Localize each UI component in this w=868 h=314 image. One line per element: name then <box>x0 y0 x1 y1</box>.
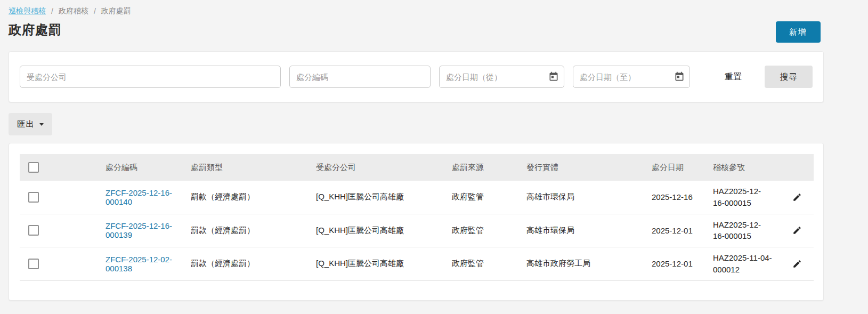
issuing-entity-cell: 高雄市環保局 <box>518 181 643 214</box>
export-button-label: 匯出 <box>17 119 35 130</box>
header-audit-reference: 稽核參攷 <box>704 154 776 181</box>
header-penalty-date: 處分日期 <box>643 154 704 181</box>
penalty-date-cell: 2025-12-16 <box>643 181 704 214</box>
filter-panel: 重置 搜尋 <box>9 51 824 102</box>
breadcrumb-separator: / <box>94 7 96 15</box>
export-button[interactable]: 匯出 <box>9 113 52 135</box>
add-button[interactable]: 新增 <box>776 21 821 43</box>
table-row: ZFCF-2025-12-16-000139 罰款（經濟處罰） [Q_KHH]匡… <box>20 214 814 247</box>
row-checkbox[interactable] <box>28 192 39 203</box>
search-button[interactable]: 搜尋 <box>765 66 813 88</box>
date-from-calendar-icon[interactable] <box>548 71 559 82</box>
penalty-code-link[interactable]: ZFCF-2025-12-16-000140 <box>106 188 172 206</box>
select-all-checkbox[interactable] <box>28 162 39 173</box>
table-toolbar: 匯出 <box>9 113 859 135</box>
date-to-calendar-icon[interactable] <box>674 71 685 82</box>
row-checkbox[interactable] <box>28 259 39 269</box>
pencil-edit-icon[interactable] <box>790 223 804 237</box>
penalty-table-panel: 處分編碼 處罰類型 受處分公司 處罰來源 發行實體 處分日期 稽核參攷 ZFCF… <box>9 143 824 301</box>
header-penalized-company: 受處分公司 <box>307 154 443 181</box>
table-header-row: 處分編碼 處罰類型 受處分公司 處罰來源 發行實體 處分日期 稽核參攷 <box>20 154 814 181</box>
header-penalty-code: 處分編碼 <box>97 154 182 181</box>
penalty-type-cell: 罰款（經濟處罰） <box>182 247 307 281</box>
penalty-type-cell: 罰款（經濟處罰） <box>182 181 307 214</box>
penalty-type-cell: 罰款（經濟處罰） <box>182 214 307 247</box>
penalty-code-link[interactable]: ZFCF-2025-12-02-000138 <box>106 255 172 273</box>
penalty-source-cell: 政府監管 <box>443 181 518 214</box>
penalty-code-link[interactable]: ZFCF-2025-12-16-000139 <box>106 221 172 239</box>
header-penalty-type: 處罰類型 <box>182 154 307 181</box>
penalized-company-cell: [Q_KHH]匡騰公司高雄廠 <box>307 214 443 247</box>
header-issuing-entity: 發行實體 <box>518 154 643 181</box>
caret-down-icon <box>39 123 44 126</box>
penalty-date-cell: 2025-12-01 <box>643 247 704 281</box>
issuing-entity-cell: 高雄市環保局 <box>518 214 643 247</box>
header-penalty-source: 處罰來源 <box>443 154 518 181</box>
breadcrumb-item-government-audit: 政府稽核 <box>59 6 88 16</box>
penalty-table: 處分編碼 處罰類型 受處分公司 處罰來源 發行實體 處分日期 稽核參攷 ZFCF… <box>20 154 814 281</box>
penalty-date-to-input[interactable] <box>573 66 690 88</box>
breadcrumb-item-government-penalty: 政府處罰 <box>101 6 131 16</box>
row-checkbox[interactable] <box>28 225 39 236</box>
government-penalty-page: 巡檢與稽核 / 政府稽核 / 政府處罰 政府處罰 新增 重置 搜尋 <box>0 0 868 301</box>
pencil-edit-icon[interactable] <box>790 190 804 204</box>
title-row: 政府處罰 新增 <box>9 21 859 43</box>
breadcrumb-link-inspection-audit[interactable]: 巡檢與稽核 <box>9 6 46 16</box>
penalty-date-cell: 2025-12-01 <box>643 214 704 247</box>
audit-reference-cell: HAZ2025-12-16-000015 <box>704 214 776 247</box>
breadcrumb: 巡檢與稽核 / 政府稽核 / 政府處罰 <box>9 6 859 16</box>
table-row: ZFCF-2025-12-02-000138 罰款（經濟處罰） [Q_KHH]匡… <box>20 247 814 281</box>
penalized-company-cell: [Q_KHH]匡騰公司高雄廠 <box>307 181 443 214</box>
penalty-code-input[interactable] <box>289 66 431 88</box>
penalized-company-cell: [Q_KHH]匡騰公司高雄廠 <box>307 247 443 281</box>
penalty-source-cell: 政府監管 <box>443 214 518 247</box>
table-row: ZFCF-2025-12-16-000140 罰款（經濟處罰） [Q_KHH]匡… <box>20 181 814 214</box>
issuing-entity-cell: 高雄市政府勞工局 <box>518 247 643 281</box>
header-actions <box>776 154 814 181</box>
penalty-source-cell: 政府監管 <box>443 247 518 281</box>
page-title: 政府處罰 <box>9 21 62 38</box>
audit-reference-cell: HAZ2025-12-16-000015 <box>704 181 776 214</box>
penalized-company-input[interactable] <box>20 66 281 88</box>
breadcrumb-separator: / <box>51 7 53 15</box>
penalty-date-from-input[interactable] <box>439 66 564 88</box>
pencil-edit-icon[interactable] <box>790 257 804 271</box>
audit-reference-cell: HAZ2025-11-04-000012 <box>704 247 776 281</box>
reset-button[interactable]: 重置 <box>717 66 750 88</box>
